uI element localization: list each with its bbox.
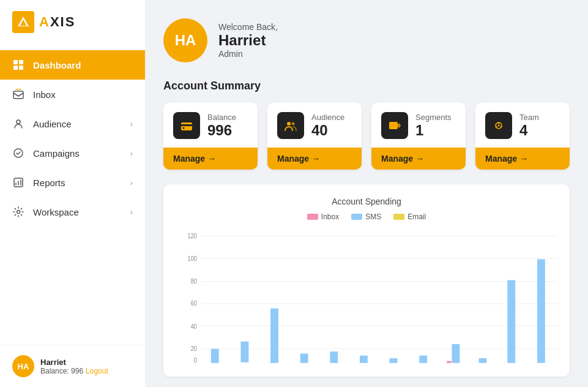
audience-manage-button[interactable]: Manage → xyxy=(267,148,362,170)
sidebar-item-reports[interactable]: Reports › xyxy=(0,168,145,197)
sidebar-item-label: Campaigns xyxy=(33,148,122,159)
welcome-header: HA Welcome Back, Harriet Admin xyxy=(163,18,570,62)
team-card: Team 4 Manage → xyxy=(475,102,570,170)
team-manage-button[interactable]: Manage → xyxy=(475,148,570,170)
segments-info: Segments 1 xyxy=(415,113,452,139)
sidebar-item-workspace[interactable]: Workspace › xyxy=(0,197,145,227)
account-summary-title: Account Summary xyxy=(163,80,570,92)
sidebar-item-inbox[interactable]: Inbox xyxy=(0,80,145,109)
svg-text:40: 40 xyxy=(191,323,198,330)
bar-jun-sms xyxy=(360,356,368,363)
sms-legend-label: SMS xyxy=(365,212,381,221)
bar-jul-sms xyxy=(390,358,398,363)
summary-cards: Balance 996 Manage → Audience xyxy=(163,102,570,170)
audience-card-icon xyxy=(277,112,304,139)
bar-may-sms xyxy=(330,351,338,363)
campaigns-icon xyxy=(12,147,24,159)
username-text: Harriet xyxy=(218,32,278,49)
svg-point-23 xyxy=(501,126,502,128)
sidebar-item-dashboard[interactable]: Dashboard xyxy=(0,50,145,80)
team-value: 4 xyxy=(519,122,539,139)
segments-icon xyxy=(381,112,408,139)
svg-point-7 xyxy=(17,120,20,124)
svg-point-22 xyxy=(498,122,500,124)
card-top: Segments 1 xyxy=(371,102,466,148)
svg-rect-3 xyxy=(19,60,23,64)
svg-point-25 xyxy=(498,125,500,127)
svg-rect-5 xyxy=(19,66,23,70)
balance-icon xyxy=(173,112,200,139)
chart-legend: Inbox SMS Email xyxy=(176,212,557,221)
bar-feb-sms xyxy=(240,342,248,363)
email-legend-label: Email xyxy=(408,212,426,221)
bar-jan-sms xyxy=(211,349,219,363)
logout-button[interactable]: Logout xyxy=(86,367,108,375)
svg-text:100: 100 xyxy=(188,255,198,262)
svg-rect-15 xyxy=(181,124,192,126)
audience-icon xyxy=(12,118,24,130)
sidebar-item-label: Workspace xyxy=(33,207,122,217)
footer-balance: Balance: 996 xyxy=(40,367,83,375)
svg-text:20: 20 xyxy=(191,345,198,352)
balance-manage-button[interactable]: Manage → xyxy=(163,148,258,170)
sidebar-item-audience[interactable]: Audience › xyxy=(0,109,145,138)
svg-text:60: 60 xyxy=(191,300,198,307)
nav-menu: Dashboard Inbox Audience › xyxy=(0,44,145,345)
bar-sep-inbox xyxy=(447,361,451,363)
segments-card: Segments 1 Manage → xyxy=(371,102,466,170)
user-avatar: HA xyxy=(163,18,207,62)
chart-container: Account Spending Inbox SMS Email xyxy=(163,184,570,377)
chart-title: Account Spending xyxy=(176,197,557,206)
legend-email: Email xyxy=(393,212,426,221)
svg-text:120: 120 xyxy=(188,233,198,240)
footer-info: Harriet Balance: 996 Logout xyxy=(40,358,108,375)
dashboard-icon xyxy=(12,59,24,71)
chevron-icon: › xyxy=(130,149,133,158)
bar-dec-sms xyxy=(537,259,545,363)
svg-point-24 xyxy=(496,126,497,128)
card-top: Audience 40 xyxy=(267,102,362,148)
segments-manage-button[interactable]: Manage → xyxy=(371,148,466,170)
svg-point-13 xyxy=(17,211,20,214)
card-top: Balance 996 xyxy=(163,102,258,148)
audience-value: 40 xyxy=(311,122,344,139)
main-content: HA Welcome Back, Harriet Admin Account S… xyxy=(145,0,588,387)
balance-value: 996 xyxy=(207,122,236,139)
bar-mar-sms xyxy=(270,309,278,363)
svg-point-20 xyxy=(396,124,399,127)
card-top: Team 4 xyxy=(475,102,570,148)
bar-aug-sms xyxy=(419,356,427,363)
svg-point-17 xyxy=(287,122,291,126)
sidebar-item-label: Reports xyxy=(33,178,122,188)
logo-text: AXIS xyxy=(39,14,75,30)
svg-rect-2 xyxy=(13,60,18,64)
balance-label: Balance xyxy=(207,113,236,122)
bar-apr-sms xyxy=(300,353,308,363)
audience-card: Audience 40 Manage → xyxy=(267,102,362,170)
inbox-icon xyxy=(12,88,24,100)
sms-legend-color xyxy=(351,214,362,220)
bar-nov-sms xyxy=(507,280,515,363)
role-text: Admin xyxy=(218,49,278,59)
team-info: Team 4 xyxy=(519,113,539,139)
bar-oct-sms xyxy=(479,358,487,363)
sidebar-item-label: Dashboard xyxy=(33,60,133,70)
svg-point-16 xyxy=(183,127,185,129)
svg-rect-14 xyxy=(181,122,192,130)
sidebar-item-label: Audience xyxy=(33,119,122,129)
svg-point-18 xyxy=(292,122,295,126)
audience-info: Audience 40 xyxy=(311,113,344,139)
email-legend-color xyxy=(393,214,404,220)
inbox-legend-label: Inbox xyxy=(321,212,339,221)
balance-card: Balance 996 Manage → xyxy=(163,102,258,170)
chart-svg: 120 100 80 60 40 20 0 xyxy=(176,230,557,364)
balance-info: Balance 996 xyxy=(207,113,236,139)
sidebar-item-campaigns[interactable]: Campaigns › xyxy=(0,138,145,168)
chevron-icon: › xyxy=(130,178,133,187)
logo-area: AXIS xyxy=(0,0,145,44)
team-label: Team xyxy=(519,113,539,122)
legend-inbox: Inbox xyxy=(307,212,339,221)
svg-rect-4 xyxy=(13,66,18,70)
sidebar-item-label: Inbox xyxy=(33,89,133,100)
bar-sep-sms xyxy=(452,344,460,363)
